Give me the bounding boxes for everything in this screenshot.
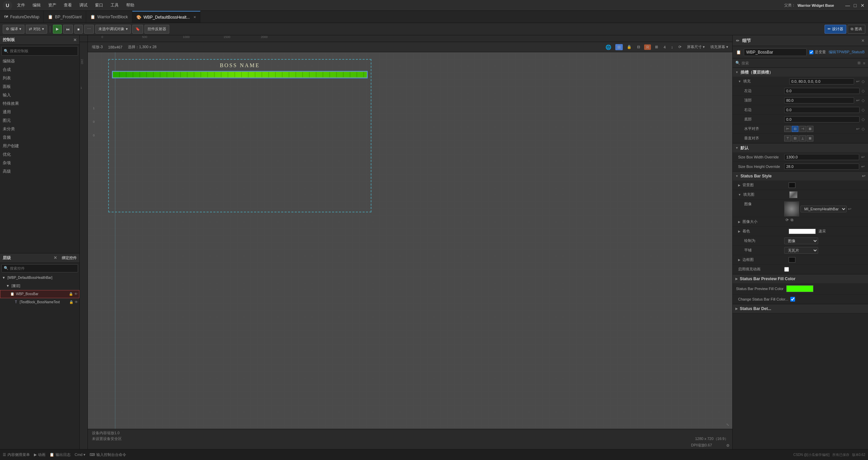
tint-color-swatch[interactable] [789, 229, 816, 234]
tab-warrior-text[interactable]: 📋 WarriorTextBlock [86, 11, 132, 23]
stop-button[interactable]: ■ [74, 25, 83, 34]
fill-expand-icon[interactable]: ▼ [738, 80, 741, 83]
close-button[interactable]: ✕ [860, 3, 865, 8]
top-pin-btn[interactable]: ◇ [862, 98, 865, 103]
panel-item-unclassified[interactable]: 未分类 [0, 125, 79, 133]
fill-reset-btn[interactable]: ↩ [856, 79, 860, 84]
left-input[interactable] [784, 88, 860, 94]
is-variable-checkbox[interactable]: 是变量 [809, 50, 826, 55]
panel-item-effects[interactable]: 特殊效果 [0, 99, 79, 108]
size-height-input[interactable] [784, 164, 859, 170]
status-bar-style-header[interactable]: ▼ Status Bar Style ↩ [733, 172, 868, 180]
panel-item-panel[interactable]: 面板 [0, 82, 79, 91]
canvas-viewport[interactable]: Boss Name 1 0 [88, 52, 732, 429]
left-pin-btn[interactable]: ◇ [862, 89, 865, 93]
panel-item-advanced[interactable]: 高级 [0, 167, 79, 176]
panel-item-input[interactable]: 输入 [0, 91, 79, 99]
right-input[interactable] [784, 107, 860, 113]
h-align-reset-btn[interactable]: ↩ [856, 127, 860, 131]
panel-item-primitive[interactable]: 图元 [0, 116, 79, 125]
status-content-sidebar[interactable]: ☰ 内容侧滑菜单 [3, 452, 30, 457]
right-pin-btn[interactable]: ◇ [862, 108, 865, 112]
menu-file[interactable]: 文件 [16, 2, 26, 9]
bg-color-swatch[interactable] [789, 183, 795, 188]
globe-toggle[interactable]: 🌐 [604, 44, 613, 51]
tab-feature-dev-map[interactable]: 🗺 FeatureDevMap [0, 11, 44, 23]
grid-toggle[interactable]: ⊞ [654, 44, 659, 50]
panel-item-user-created[interactable]: 用户创建 [0, 142, 79, 150]
layer-text-eye-icon[interactable]: 👁 [75, 300, 78, 304]
status-bar-detail-header[interactable]: ▶ Status Bar Det... [733, 304, 868, 313]
panel-item-list[interactable]: 列表 [0, 74, 79, 82]
screen-size-dropdown[interactable]: 屏幕尺寸 ▾ [686, 44, 706, 50]
status-animation[interactable]: ▶ 动画 [34, 452, 45, 457]
status-bar-preview-header[interactable]: ▶ Status Bar Preview Fill Color [733, 274, 868, 283]
compile-button[interactable]: ⚙ 编译 ▾ [3, 25, 24, 34]
details-filter-icon[interactable]: ≡ [863, 61, 865, 65]
icon-toggle[interactable]: ⟳ [677, 44, 683, 50]
menu-help[interactable]: 帮助 [125, 2, 136, 9]
fill-screen-dropdown[interactable]: 填充屏幕 ▾ [709, 44, 730, 50]
number-toggle[interactable]: 4 [662, 44, 667, 50]
v-align-bottom-btn[interactable]: ⊥ [799, 135, 806, 141]
diff-button[interactable]: ⇄ 对比 ▾ [26, 25, 47, 34]
fill-img-swatch[interactable] [789, 191, 797, 198]
panel-item-misc[interactable]: 杂项 [0, 159, 79, 167]
image-reset-btn[interactable]: ↩ [848, 207, 851, 211]
control-panel-close[interactable]: ✕ [73, 38, 77, 42]
status-console-input[interactable]: ⌨ 输入控制台台命令 [90, 452, 126, 457]
menu-assets[interactable]: 资产 [47, 2, 58, 9]
layout-toggle-2[interactable]: ⊟ [636, 44, 641, 50]
tile-select[interactable]: 无瓦片 水平 垂直 [784, 247, 818, 254]
panel-item-common[interactable]: 通用 [0, 108, 79, 116]
v-align-top-btn[interactable]: ⊤ [784, 135, 791, 141]
minimize-button[interactable]: — [845, 3, 850, 8]
align-right-btn[interactable]: ⊣ [799, 126, 806, 132]
control-search-input[interactable] [10, 49, 76, 53]
border-color-swatch[interactable] [789, 257, 795, 263]
details-view-options[interactable]: ⊞ [857, 61, 861, 65]
border-expand-icon[interactable]: ▶ [738, 258, 740, 262]
align-center-btn[interactable]: ⊟ [792, 126, 798, 132]
top-input[interactable] [784, 97, 854, 103]
graph-button[interactable]: ⧉ 图表 [848, 25, 865, 34]
fill-input[interactable] [789, 78, 854, 84]
style-reset-btn[interactable]: ↩ [862, 174, 865, 178]
bottom-input[interactable] [784, 116, 860, 122]
fill-pin-btn[interactable]: ◇ [862, 79, 865, 84]
play-button[interactable]: ▶ [53, 25, 62, 34]
target-dropdown[interactable]: 未选中调试对象 ▾ [95, 25, 131, 34]
top-reset-btn[interactable]: ↩ [856, 98, 860, 103]
layers-search-box[interactable]: 🔍 [1, 264, 78, 272]
layer-lock-icon[interactable]: 🔒 [69, 292, 73, 296]
default-section-header[interactable]: ▼ 默认 [733, 143, 868, 152]
status-output-log[interactable]: 📋 输出日志 [50, 452, 71, 457]
fill-anim-checkbox[interactable] [784, 267, 789, 272]
draw-as-select[interactable]: 图像 盒子 边框 [784, 237, 818, 244]
menu-view[interactable]: 查看 [62, 2, 73, 9]
more-button[interactable]: ⋯ [84, 25, 94, 34]
img-size-expand-icon[interactable]: ▶ [738, 220, 740, 224]
slot-section-header[interactable]: ▼ 插槽（覆层插槽） [733, 68, 868, 77]
layer-root[interactable]: ▼ [WBP_DefaultBossHealthBar] [0, 274, 79, 282]
tab-wbp-boss-health[interactable]: 🎨 WBP_DefaultBossHealt... ✕ [132, 11, 200, 23]
size-width-input[interactable] [784, 154, 859, 160]
layer-overlay[interactable]: ▼ [覆层] [0, 282, 79, 290]
arrow-toggle[interactable]: ↕ [670, 44, 675, 50]
layers-search-input[interactable] [10, 266, 76, 270]
size-width-reset-btn[interactable]: ↩ [861, 155, 865, 159]
canvas-resize-handle[interactable]: ⤡ [726, 423, 732, 428]
control-search-box[interactable]: 🔍 [1, 46, 78, 56]
align-left-btn[interactable]: ⊢ [784, 126, 791, 132]
details-panel-close[interactable]: ✕ [861, 38, 865, 43]
align-fill-btn[interactable]: ⊠ [807, 126, 813, 132]
h-align-pin-btn[interactable]: ◇ [862, 127, 865, 131]
layout-toggle-1[interactable]: ⊞ [615, 44, 623, 50]
bg-expand-icon[interactable]: ▶ [738, 184, 740, 187]
menu-edit[interactable]: 编辑 [31, 2, 42, 9]
bottom-pin-btn[interactable]: ◇ [862, 117, 865, 122]
is-variable-check[interactable] [809, 50, 813, 54]
layer-textblock[interactable]: T [TextBlock_BossNameText 🔒 👁 [0, 298, 79, 306]
maximize-button[interactable]: □ [852, 3, 858, 8]
bind-controls-button[interactable]: 绑定控件 [62, 255, 77, 261]
